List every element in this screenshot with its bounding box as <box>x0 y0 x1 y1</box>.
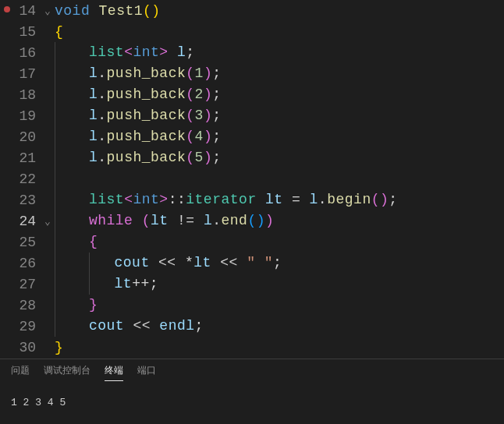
code-line[interactable]: 21 l.push_back(5); <box>0 147 504 168</box>
line-number: 26 <box>0 256 41 271</box>
code-line[interactable]: 27 lt++; <box>0 274 504 295</box>
code-text: cout << *lt << " "; <box>55 253 504 274</box>
breakpoint-dot[interactable] <box>4 6 10 12</box>
code-text: list<int>::iterator lt = l.begin(); <box>55 189 504 210</box>
line-number: 16 <box>0 45 41 61</box>
line-number: 25 <box>0 235 41 250</box>
code-line[interactable]: 29 cout << endl; <box>0 316 504 337</box>
code-line[interactable]: 19 l.push_back(3); <box>0 105 504 126</box>
panel-tabs: 问题 调试控制台 终端 端口 <box>0 359 504 386</box>
code-text: } <box>55 340 504 355</box>
code-line[interactable]: 28 } <box>0 295 504 316</box>
tab-terminal[interactable]: 终端 <box>105 364 123 381</box>
code-text: l.push_back(3); <box>55 105 504 126</box>
line-number: 19 <box>0 108 41 124</box>
code-text: } <box>55 295 504 316</box>
line-number: 28 <box>0 298 41 313</box>
line-number: 22 <box>0 171 41 187</box>
line-number: 18 <box>0 87 41 103</box>
code-text: { <box>55 24 504 40</box>
code-text: while (lt != l.end()) <box>55 210 504 231</box>
line-number: 29 <box>0 319 41 334</box>
code-text: l.push_back(4); <box>55 126 504 147</box>
line-number: 20 <box>0 129 41 145</box>
code-line[interactable]: 23 list<int>::iterator lt = l.begin(); <box>0 189 504 210</box>
code-line[interactable]: 18 l.push_back(2); <box>0 84 504 105</box>
code-line[interactable]: 15 { <box>0 21 504 42</box>
tab-problems[interactable]: 问题 <box>11 364 30 380</box>
code-line[interactable]: 20 l.push_back(4); <box>0 126 504 147</box>
code-text <box>55 168 504 189</box>
line-number: 21 <box>0 150 41 166</box>
code-line[interactable]: 24 ⌄ while (lt != l.end()) <box>0 210 504 231</box>
terminal-output[interactable]: 1 2 3 4 5 <box>0 386 504 408</box>
line-number: 24 <box>0 214 41 229</box>
line-number: 17 <box>0 66 41 82</box>
code-text: l.push_back(5); <box>55 147 504 168</box>
code-text: cout << endl; <box>55 316 504 337</box>
code-line[interactable]: 25 { <box>0 231 504 253</box>
code-text: l.push_back(2); <box>55 84 504 105</box>
code-text: l.push_back(1); <box>55 63 504 84</box>
code-editor[interactable]: 14 ⌄ void Test1() 15 { 16 list<int> l; 1… <box>0 0 504 359</box>
chevron-down-icon[interactable]: ⌄ <box>41 215 55 228</box>
line-number: 27 <box>0 277 41 292</box>
code-text: { <box>55 231 504 253</box>
chevron-down-icon[interactable]: ⌄ <box>41 5 55 17</box>
code-line[interactable]: 16 list<int> l; <box>0 42 504 63</box>
code-text: list<int> l; <box>55 42 504 63</box>
line-number: 15 <box>0 24 41 40</box>
code-line[interactable]: 26 cout << *lt << " "; <box>0 253 504 274</box>
line-number: 30 <box>0 340 41 355</box>
code-line[interactable]: 22 <box>0 168 504 189</box>
bottom-panel: 问题 调试控制台 终端 端口 1 2 3 4 5 <box>0 359 504 424</box>
code-line[interactable]: 17 l.push_back(1); <box>0 63 504 84</box>
code-line[interactable]: 30 } <box>0 337 504 358</box>
code-text: void Test1() <box>55 3 504 19</box>
tab-debug-console[interactable]: 调试控制台 <box>44 364 91 380</box>
code-line[interactable]: 14 ⌄ void Test1() <box>0 0 504 21</box>
tab-ports[interactable]: 端口 <box>137 364 156 380</box>
code-text: lt++; <box>55 274 504 295</box>
line-number: 23 <box>0 193 41 208</box>
